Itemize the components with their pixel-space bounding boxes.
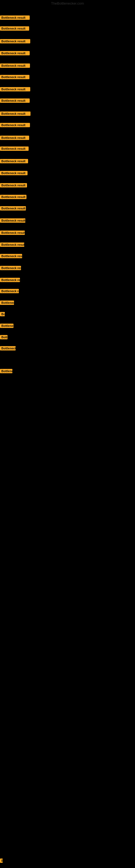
- bottleneck-badge-30[interactable]: Bottleneck result: [0, 369, 12, 373]
- bottleneck-badge-28[interactable]: Bottleneck result: [0, 335, 8, 339]
- bottleneck-badge-10[interactable]: Bottleneck result: [0, 123, 30, 127]
- site-title: TheBottlenecker.com: [51, 1, 84, 5]
- bottleneck-badge-21[interactable]: Bottleneck result: [0, 254, 22, 258]
- bottleneck-badge-25[interactable]: Bottleneck result: [0, 301, 14, 305]
- bottleneck-badge-11[interactable]: Bottleneck result: [0, 135, 29, 140]
- bottleneck-badge-5[interactable]: Bottleneck result: [0, 63, 30, 68]
- bottleneck-badge-8[interactable]: Bottleneck result: [0, 98, 30, 103]
- bottleneck-badge-23[interactable]: Bottleneck result: [0, 278, 20, 282]
- bottleneck-badge-15[interactable]: Bottleneck result: [0, 183, 27, 187]
- bottleneck-badge-12[interactable]: Bottleneck result: [0, 147, 29, 151]
- bottleneck-badge-17[interactable]: Bottleneck result: [0, 206, 26, 211]
- bottleneck-badge-24[interactable]: Bottleneck result: [0, 289, 19, 293]
- bottleneck-badge-31[interactable]: Bottleneck result: [0, 859, 3, 863]
- bottleneck-badge-2[interactable]: Bottleneck result: [0, 26, 29, 31]
- bottleneck-badge-20[interactable]: Bottleneck result: [0, 243, 24, 247]
- bottleneck-badge-29[interactable]: Bottleneck result: [0, 346, 16, 350]
- bottleneck-badge-9[interactable]: Bottleneck result: [0, 112, 31, 116]
- bottleneck-badge-14[interactable]: Bottleneck result: [0, 171, 28, 175]
- bottleneck-badge-6[interactable]: Bottleneck result: [0, 75, 30, 79]
- bottleneck-badge-7[interactable]: Bottleneck result: [0, 87, 30, 91]
- bottleneck-badge-16[interactable]: Bottleneck result: [0, 195, 27, 199]
- bottleneck-badge-1[interactable]: Bottleneck result: [0, 16, 30, 20]
- bottleneck-badge-22[interactable]: Bottleneck result: [0, 266, 21, 270]
- bottleneck-badge-13[interactable]: Bottleneck result: [0, 159, 28, 163]
- bottleneck-badge-19[interactable]: Bottleneck result: [0, 230, 25, 235]
- bottleneck-badge-4[interactable]: Bottleneck result: [0, 51, 30, 55]
- bottleneck-badge-26[interactable]: Bottleneck result: [0, 312, 5, 316]
- bottleneck-badge-27[interactable]: Bottleneck result: [0, 323, 13, 328]
- bottleneck-badge-18[interactable]: Bottleneck result: [0, 218, 26, 223]
- bottleneck-badge-3[interactable]: Bottleneck result: [0, 39, 30, 43]
